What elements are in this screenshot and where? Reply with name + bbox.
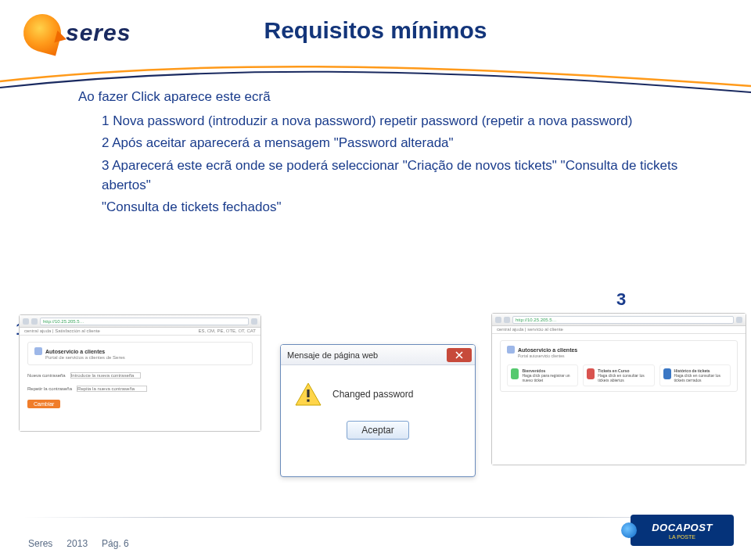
card-title: Autoservicio a clientes — [518, 347, 577, 353]
tile-sub: Haga click para registrar un nuevo ticke… — [522, 373, 574, 382]
history-icon — [663, 368, 671, 379]
fwd-icon — [504, 317, 510, 323]
footer-year: 2013 — [66, 538, 88, 549]
new-password-input — [70, 372, 141, 379]
svg-rect-2 — [307, 400, 309, 402]
fwd-icon — [31, 318, 38, 325]
footer-company: Seres — [28, 538, 52, 549]
tab-label: central ajuda | Satisfacción al cliente — [24, 328, 100, 334]
locale-label: ES, CM, PE, OTE, OT, CAT — [198, 328, 256, 334]
svg-rect-1 — [307, 389, 309, 397]
card-sub: Portal de servicios a clientes de Seres — [45, 355, 246, 360]
back-icon — [23, 318, 29, 325]
page-title: Requisitos mínimos — [0, 17, 751, 44]
slide-footer: Seres 2013 Pág. 6 — [28, 538, 129, 549]
docapost-logo: DOCAPOST LA POSTE — [631, 515, 734, 546]
screenshot-3: http://10.25.205.5… central ajuda | serv… — [491, 313, 746, 465]
divider — [23, 517, 728, 518]
dialog-box: Mensaje de página web Changed password A… — [280, 344, 476, 477]
service-icon — [507, 346, 515, 354]
docapost-sub: LA POSTE — [669, 534, 695, 540]
address-bar: http://10.25.205.5… — [40, 318, 249, 325]
ok-button: Aceptar — [347, 421, 408, 440]
dialog-message: Changed password — [332, 389, 413, 400]
back-icon — [495, 317, 501, 323]
tile-welcome: BienvenidosHaga click para registrar un … — [507, 364, 578, 386]
reload-icon — [736, 317, 742, 323]
tile-sub: Haga click en consultar los tickets cerr… — [674, 373, 727, 382]
marker-3: 3 — [616, 289, 626, 310]
address-bar: http://10.25.205.5… — [512, 316, 734, 324]
reload-icon — [251, 318, 257, 325]
tile-open-tickets: Tickets en CursoHaga click en consultar … — [583, 364, 654, 386]
service-icon — [34, 347, 42, 355]
body-text: Ao fazer Click aparece este ecrã 1 Nova … — [78, 88, 704, 221]
form-label: Repetir la contraseña — [27, 386, 72, 391]
card-title: Autoservicio a clientes — [45, 349, 105, 354]
form-label: Nueva contraseña — [27, 373, 66, 378]
docapost-brand: DOCAPOST — [652, 522, 713, 533]
step-3a: 3 Aparecerá este ecrã onde se poderá sel… — [102, 156, 704, 195]
step-1: 1 Nova password (introduzir a nova passw… — [102, 112, 704, 131]
tile-sub: Haga click en consultar los tickets abie… — [598, 373, 650, 382]
tile-history: Histórico de ticketsHaga click en consul… — [659, 364, 731, 386]
tab-label: central ajuda | servicio al cliente — [497, 327, 563, 332]
step-2: 2 Após aceitar aparecerá a mensagem "Pas… — [102, 134, 704, 153]
step-3b: "Consulta de tickets fechados" — [102, 198, 704, 217]
close-icon — [447, 348, 472, 362]
repeat-password-input — [77, 386, 147, 392]
change-button: Cambiar — [27, 400, 60, 408]
warning-icon — [295, 382, 322, 406]
dialog-title: Mensaje de página web — [287, 350, 378, 360]
open-icon — [587, 368, 595, 379]
card-sub: Portal autoservicio clientes — [518, 354, 731, 358]
screenshot-1: http://10.25.205.5… central ajuda | Sati… — [19, 314, 261, 432]
footer-page: Pág. 6 — [102, 538, 129, 549]
lead-text: Ao fazer Click aparece este ecrã — [78, 88, 704, 107]
welcome-icon — [511, 368, 519, 379]
